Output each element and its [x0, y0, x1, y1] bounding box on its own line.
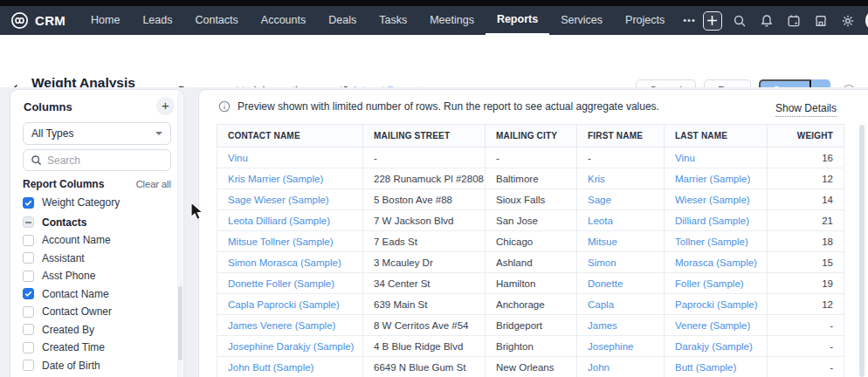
nav-item-home[interactable]: Home: [79, 6, 131, 35]
column-item-assistant[interactable]: Assistant: [23, 250, 176, 268]
report-preview-table: CONTACT NAMEMAILING STREETMAILING CITYFI…: [217, 124, 844, 377]
add-column-button[interactable]: +: [156, 97, 175, 115]
first-name-link[interactable]: Leota: [588, 216, 613, 226]
nav-item-accounts[interactable]: Accounts: [250, 6, 317, 35]
show-details-link[interactable]: Show Details: [775, 102, 837, 117]
column-item-date-of-birth[interactable]: Date of Birth: [23, 357, 176, 375]
nav-item-projects[interactable]: Projects: [614, 6, 676, 35]
nav-item-services[interactable]: Services: [549, 6, 614, 35]
mailing-street-cell: 7 Eads St: [363, 231, 486, 252]
nav-item-reports[interactable]: Reports: [486, 6, 549, 35]
contact-name-link[interactable]: Donette Foller (Sample): [228, 278, 334, 289]
checkbox-contact-owner[interactable]: [23, 306, 34, 318]
first-name-link[interactable]: Kris: [588, 174, 605, 184]
contact-name-link[interactable]: Vinu: [228, 153, 248, 163]
table-row: James Venere (Sample)8 W Cerritos Ave #5…: [217, 315, 844, 336]
contact-name-link[interactable]: Mitsue Tollner (Sample): [228, 236, 334, 247]
crm-logo-icon: [10, 11, 29, 30]
sidebar-scrollbar-thumb[interactable]: [178, 286, 183, 360]
first-name-link[interactable]: Donette: [588, 278, 623, 289]
checkbox-created-time[interactable]: [23, 342, 34, 353]
type-filter-dropdown[interactable]: All Types: [23, 122, 171, 145]
checkbox-weight-category[interactable]: [23, 197, 34, 209]
column-item-contact-name[interactable]: Contact Name: [23, 285, 176, 304]
nav-item-more[interactable]: •••: [676, 6, 703, 35]
mailing-street-cell: 5 Boston Ave #88: [363, 189, 486, 210]
column-item-label: Contact Owner: [42, 305, 112, 318]
weight-cell: 18: [768, 231, 844, 252]
first-name-link[interactable]: Sage: [588, 195, 611, 205]
last-name-link[interactable]: Butt (Sample): [675, 362, 736, 373]
contact-name-link[interactable]: Simon Morasca (Sample): [228, 257, 341, 268]
search-input[interactable]: [47, 154, 152, 167]
nav-item-contacts[interactable]: Contacts: [183, 6, 249, 35]
checkbox-date-of-birth[interactable]: [23, 360, 34, 371]
first-name-link[interactable]: James: [588, 320, 617, 331]
column-header-mailing-street[interactable]: MAILING STREET: [363, 125, 486, 147]
last-name-link[interactable]: Darakjy (Sample): [675, 341, 753, 352]
checkbox-contact-name[interactable]: [23, 288, 34, 299]
table-row: Simon Morasca (Sample)3 Mcauley DrAshlan…: [217, 252, 844, 273]
column-header-first-name[interactable]: FIRST NAME: [577, 125, 665, 147]
brand-text: CRM: [35, 13, 65, 28]
contact-name-link[interactable]: Sage Wieser (Sample): [228, 195, 329, 205]
contact-name-link[interactable]: Leota Dilliard (Sample): [228, 216, 330, 226]
column-header-weight[interactable]: WEIGHT: [768, 125, 844, 147]
column-item-contact-owner[interactable]: Contact Owner: [23, 303, 176, 321]
column-item-asst-phone[interactable]: Asst Phone: [23, 267, 176, 285]
last-name-link[interactable]: Vinu: [675, 153, 695, 163]
checkbox-created-by[interactable]: [23, 324, 34, 335]
nav-item-leads[interactable]: Leads: [131, 6, 183, 35]
column-item-label: Asst Phone: [42, 270, 95, 282]
first-name-link[interactable]: Mitsue: [588, 236, 617, 247]
clear-all-link[interactable]: Clear all: [136, 179, 171, 189]
mailing-city-cell: Chicago: [486, 231, 577, 252]
first-name-link[interactable]: Capla: [588, 299, 614, 310]
nav-item-deals[interactable]: Deals: [317, 6, 368, 35]
contact-name-link[interactable]: John Butt (Sample): [228, 362, 313, 373]
column-item-created-time[interactable]: Created Time: [23, 339, 176, 357]
checkbox-account-name[interactable]: [23, 235, 34, 246]
first-name-link[interactable]: John: [588, 362, 610, 373]
last-name-link[interactable]: Venere (Sample): [675, 320, 750, 331]
last-name-link[interactable]: Wieser (Sample): [675, 195, 750, 205]
contact-name-link[interactable]: James Venere (Sample): [228, 320, 335, 331]
search-icon[interactable]: [730, 11, 749, 31]
nav-item-tasks[interactable]: Tasks: [368, 6, 418, 35]
last-name-link[interactable]: Marrier (Sample): [675, 174, 750, 184]
settings-gear-icon[interactable]: [838, 11, 858, 31]
contact-name-link[interactable]: Kris Marrier (Sample): [228, 174, 323, 184]
last-name-link[interactable]: Morasca (Sample): [675, 257, 757, 268]
weight-cell: 14: [768, 189, 844, 210]
column-header-last-name[interactable]: LAST NAME: [665, 125, 768, 147]
table-scrollbar-thumb[interactable]: [859, 125, 865, 377]
notifications-bell-icon[interactable]: [757, 11, 776, 31]
column-header-mailing-city[interactable]: MAILING CITY: [486, 125, 577, 147]
calendar-icon[interactable]: [784, 11, 803, 31]
first-name-link[interactable]: Josephine: [588, 341, 633, 352]
marketplace-icon[interactable]: [811, 11, 830, 31]
checkbox-contacts[interactable]: [23, 216, 34, 228]
nav-item-meetings[interactable]: Meetings: [418, 6, 486, 35]
last-name-link[interactable]: Tollner (Sample): [675, 236, 748, 247]
column-item-weight-category[interactable]: Weight Category: [23, 194, 176, 212]
add-icon[interactable]: [703, 11, 722, 31]
contact-name-link[interactable]: Capla Paprocki (Sample): [228, 299, 340, 310]
last-name-cell: Foller (Sample): [665, 273, 768, 294]
crm-brand[interactable]: CRM: [10, 11, 65, 30]
mailing-city-cell: San Jose: [486, 210, 577, 231]
column-header-contact-name[interactable]: CONTACT NAME: [217, 125, 363, 147]
column-item-account-name[interactable]: Account Name: [23, 231, 176, 250]
contact-name-cell: Mitsue Tollner (Sample): [217, 231, 363, 252]
column-item-contacts[interactable]: Contacts: [23, 214, 176, 232]
last-name-link[interactable]: Foller (Sample): [675, 278, 744, 289]
column-item-created-by[interactable]: Created By: [23, 321, 176, 339]
column-search-box[interactable]: [23, 149, 171, 171]
table-row: Mitsue Tollner (Sample)7 Eads StChicagoM…: [217, 231, 844, 252]
checkbox-asst-phone[interactable]: [23, 271, 34, 282]
checkbox-assistant[interactable]: [23, 252, 34, 264]
last-name-link[interactable]: Paprocki (Sample): [675, 299, 758, 310]
last-name-link[interactable]: Dilliard (Sample): [675, 216, 749, 226]
contact-name-link[interactable]: Josephine Darakjy (Sample): [228, 341, 354, 352]
first-name-link[interactable]: Simon: [588, 257, 617, 268]
